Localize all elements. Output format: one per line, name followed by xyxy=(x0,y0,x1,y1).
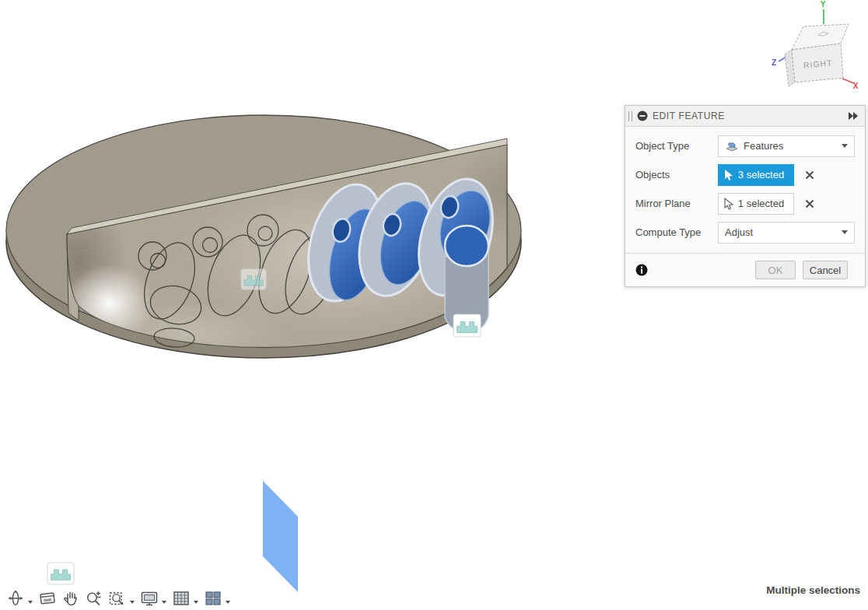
zoom-button[interactable] xyxy=(83,587,105,608)
dialog-body: Object Type Features Objects xyxy=(625,127,865,253)
display-settings-icon xyxy=(140,589,159,608)
pan-button[interactable] xyxy=(60,587,82,608)
sketch-feature-icon[interactable] xyxy=(241,269,266,289)
info-icon[interactable] xyxy=(635,264,755,276)
grid-display-icon xyxy=(172,589,191,608)
clear-mirror-plane-icon[interactable] xyxy=(805,199,814,209)
ok-button[interactable]: OK xyxy=(755,261,796,279)
navigation-toolbar xyxy=(5,587,233,608)
compute-type-dropdown[interactable]: Adjust xyxy=(718,222,855,244)
viewports-icon xyxy=(204,589,222,608)
compute-type-row: Compute Type Adjust xyxy=(625,218,865,247)
fusion-canvas: RIGHT Y Z X EDIT FEATURE Object Type xyxy=(0,0,868,610)
look-at-icon xyxy=(38,589,57,608)
selection-status: Multiple selections xyxy=(766,584,860,596)
cursor-icon xyxy=(723,169,733,181)
display-settings-dropdown-caret-icon[interactable] xyxy=(162,601,166,604)
object-type-dropdown[interactable]: Features xyxy=(718,135,855,157)
compute-type-value: Adjust xyxy=(725,226,837,238)
zoom-icon xyxy=(85,589,103,608)
model-viewport[interactable]: RIGHT Y Z X xyxy=(0,0,868,610)
fit-icon xyxy=(108,589,127,608)
sketch-feature-icon[interactable] xyxy=(47,563,74,584)
x-axis-label: X xyxy=(853,82,859,90)
grid-display-button[interactable] xyxy=(170,587,192,608)
objects-row: Objects 3 selected xyxy=(625,160,865,189)
objects-selection-count: 3 selected xyxy=(733,169,789,181)
mirror-plane-row: Mirror Plane 1 selected xyxy=(625,189,865,218)
grid-display-dropdown-caret-icon[interactable] xyxy=(194,601,198,604)
objects-label: Objects xyxy=(635,169,718,181)
cancel-button[interactable]: Cancel xyxy=(803,261,848,279)
compute-type-label: Compute Type xyxy=(635,226,718,238)
collapse-icon[interactable] xyxy=(637,110,648,121)
dialog-footer: OK Cancel xyxy=(625,253,865,286)
orbit-button[interactable] xyxy=(5,587,26,608)
display-settings-button[interactable] xyxy=(138,587,160,608)
mirror-plane-label: Mirror Plane xyxy=(635,198,718,209)
objects-selection-button[interactable]: 3 selected xyxy=(718,164,794,186)
object-type-value: Features xyxy=(744,140,837,152)
object-type-label: Object Type xyxy=(635,140,718,152)
dropdown-caret-icon xyxy=(842,144,848,148)
object-type-row: Object Type Features xyxy=(625,131,865,160)
mirror-plane-selection-button[interactable]: 1 selected xyxy=(718,193,794,215)
dialog-title: EDIT FEATURE xyxy=(653,110,848,121)
viewports-button[interactable] xyxy=(202,587,224,608)
look-at-button[interactable] xyxy=(37,587,58,608)
view-cube[interactable]: RIGHT Y Z X xyxy=(772,0,859,90)
fast-forward-icon[interactable] xyxy=(848,112,859,120)
cursor-icon xyxy=(723,198,733,210)
dropdown-caret-icon xyxy=(842,230,848,234)
fit-button[interactable] xyxy=(107,587,128,608)
features-icon xyxy=(725,140,739,152)
pan-icon xyxy=(61,589,80,608)
mirror-plane[interactable] xyxy=(263,481,298,592)
sketch-feature-icon[interactable] xyxy=(453,314,481,337)
orbit-icon xyxy=(6,589,25,608)
viewports-dropdown-caret-icon[interactable] xyxy=(226,601,230,604)
y-axis-label: Y xyxy=(821,0,826,9)
fit-dropdown-caret-icon[interactable] xyxy=(130,601,135,604)
mirror-plane-selection-count: 1 selected xyxy=(733,198,789,209)
orbit-dropdown-caret-icon[interactable] xyxy=(28,601,33,604)
z-axis-label: Z xyxy=(772,58,776,67)
dialog-header[interactable]: EDIT FEATURE xyxy=(625,106,865,127)
drag-handle-icon[interactable] xyxy=(628,111,632,121)
clear-objects-icon[interactable] xyxy=(805,170,814,180)
edit-feature-dialog: EDIT FEATURE Object Type Features xyxy=(625,105,866,287)
